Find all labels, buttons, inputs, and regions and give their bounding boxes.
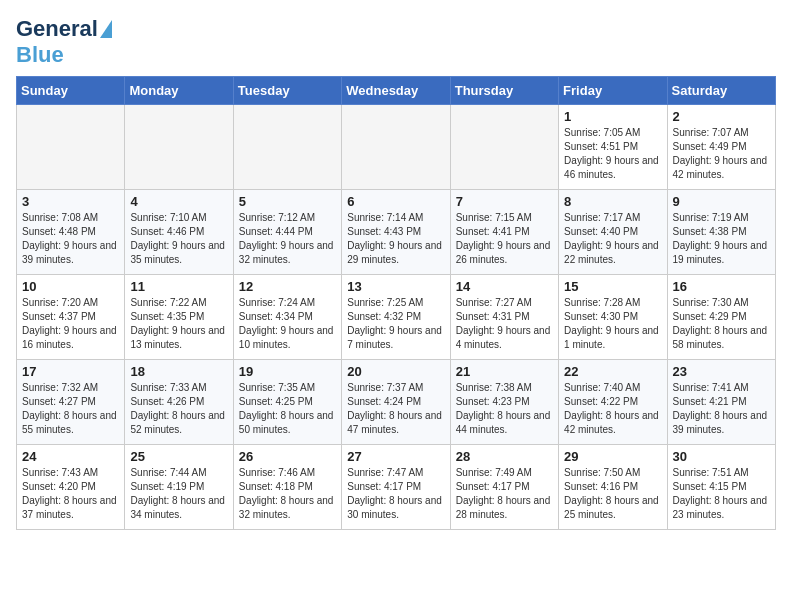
day-number: 23 — [673, 364, 770, 379]
day-info: Sunrise: 7:07 AM Sunset: 4:49 PM Dayligh… — [673, 126, 770, 182]
day-info: Sunrise: 7:05 AM Sunset: 4:51 PM Dayligh… — [564, 126, 661, 182]
calendar-week-row: 3Sunrise: 7:08 AM Sunset: 4:48 PM Daylig… — [17, 190, 776, 275]
calendar-cell: 4Sunrise: 7:10 AM Sunset: 4:46 PM Daylig… — [125, 190, 233, 275]
weekday-header-saturday: Saturday — [667, 77, 775, 105]
logo-text-general: General — [16, 16, 98, 42]
weekday-header-monday: Monday — [125, 77, 233, 105]
calendar-cell: 25Sunrise: 7:44 AM Sunset: 4:19 PM Dayli… — [125, 445, 233, 530]
calendar-cell: 20Sunrise: 7:37 AM Sunset: 4:24 PM Dayli… — [342, 360, 450, 445]
day-info: Sunrise: 7:10 AM Sunset: 4:46 PM Dayligh… — [130, 211, 227, 267]
day-number: 4 — [130, 194, 227, 209]
day-number: 25 — [130, 449, 227, 464]
calendar-cell — [233, 105, 341, 190]
weekday-header-wednesday: Wednesday — [342, 77, 450, 105]
calendar-cell: 24Sunrise: 7:43 AM Sunset: 4:20 PM Dayli… — [17, 445, 125, 530]
day-info: Sunrise: 7:40 AM Sunset: 4:22 PM Dayligh… — [564, 381, 661, 437]
day-info: Sunrise: 7:38 AM Sunset: 4:23 PM Dayligh… — [456, 381, 553, 437]
page-header: General Blue — [16, 16, 776, 68]
day-number: 11 — [130, 279, 227, 294]
calendar-cell: 3Sunrise: 7:08 AM Sunset: 4:48 PM Daylig… — [17, 190, 125, 275]
calendar-cell: 30Sunrise: 7:51 AM Sunset: 4:15 PM Dayli… — [667, 445, 775, 530]
day-info: Sunrise: 7:24 AM Sunset: 4:34 PM Dayligh… — [239, 296, 336, 352]
day-number: 10 — [22, 279, 119, 294]
day-number: 29 — [564, 449, 661, 464]
calendar-cell: 21Sunrise: 7:38 AM Sunset: 4:23 PM Dayli… — [450, 360, 558, 445]
calendar-cell: 7Sunrise: 7:15 AM Sunset: 4:41 PM Daylig… — [450, 190, 558, 275]
day-info: Sunrise: 7:35 AM Sunset: 4:25 PM Dayligh… — [239, 381, 336, 437]
calendar-cell: 6Sunrise: 7:14 AM Sunset: 4:43 PM Daylig… — [342, 190, 450, 275]
day-number: 1 — [564, 109, 661, 124]
calendar-cell: 11Sunrise: 7:22 AM Sunset: 4:35 PM Dayli… — [125, 275, 233, 360]
day-number: 15 — [564, 279, 661, 294]
calendar-cell: 27Sunrise: 7:47 AM Sunset: 4:17 PM Dayli… — [342, 445, 450, 530]
calendar-cell — [125, 105, 233, 190]
day-info: Sunrise: 7:17 AM Sunset: 4:40 PM Dayligh… — [564, 211, 661, 267]
calendar-cell: 19Sunrise: 7:35 AM Sunset: 4:25 PM Dayli… — [233, 360, 341, 445]
calendar-table: SundayMondayTuesdayWednesdayThursdayFrid… — [16, 76, 776, 530]
day-number: 18 — [130, 364, 227, 379]
day-info: Sunrise: 7:30 AM Sunset: 4:29 PM Dayligh… — [673, 296, 770, 352]
calendar-cell: 22Sunrise: 7:40 AM Sunset: 4:22 PM Dayli… — [559, 360, 667, 445]
day-number: 6 — [347, 194, 444, 209]
weekday-header-thursday: Thursday — [450, 77, 558, 105]
weekday-header-sunday: Sunday — [17, 77, 125, 105]
logo-triangle-icon — [100, 20, 112, 38]
day-info: Sunrise: 7:49 AM Sunset: 4:17 PM Dayligh… — [456, 466, 553, 522]
calendar-cell — [342, 105, 450, 190]
day-info: Sunrise: 7:25 AM Sunset: 4:32 PM Dayligh… — [347, 296, 444, 352]
day-number: 19 — [239, 364, 336, 379]
day-number: 14 — [456, 279, 553, 294]
day-info: Sunrise: 7:22 AM Sunset: 4:35 PM Dayligh… — [130, 296, 227, 352]
day-number: 24 — [22, 449, 119, 464]
day-info: Sunrise: 7:37 AM Sunset: 4:24 PM Dayligh… — [347, 381, 444, 437]
day-number: 13 — [347, 279, 444, 294]
calendar-cell: 15Sunrise: 7:28 AM Sunset: 4:30 PM Dayli… — [559, 275, 667, 360]
day-info: Sunrise: 7:19 AM Sunset: 4:38 PM Dayligh… — [673, 211, 770, 267]
calendar-cell — [450, 105, 558, 190]
day-number: 16 — [673, 279, 770, 294]
calendar-cell: 18Sunrise: 7:33 AM Sunset: 4:26 PM Dayli… — [125, 360, 233, 445]
day-number: 9 — [673, 194, 770, 209]
day-number: 2 — [673, 109, 770, 124]
day-info: Sunrise: 7:51 AM Sunset: 4:15 PM Dayligh… — [673, 466, 770, 522]
weekday-header-friday: Friday — [559, 77, 667, 105]
day-info: Sunrise: 7:41 AM Sunset: 4:21 PM Dayligh… — [673, 381, 770, 437]
day-number: 5 — [239, 194, 336, 209]
calendar-cell: 13Sunrise: 7:25 AM Sunset: 4:32 PM Dayli… — [342, 275, 450, 360]
calendar-week-row: 1Sunrise: 7:05 AM Sunset: 4:51 PM Daylig… — [17, 105, 776, 190]
calendar-cell: 14Sunrise: 7:27 AM Sunset: 4:31 PM Dayli… — [450, 275, 558, 360]
day-info: Sunrise: 7:32 AM Sunset: 4:27 PM Dayligh… — [22, 381, 119, 437]
calendar-week-row: 17Sunrise: 7:32 AM Sunset: 4:27 PM Dayli… — [17, 360, 776, 445]
logo-text-blue: Blue — [16, 42, 64, 68]
calendar-cell: 29Sunrise: 7:50 AM Sunset: 4:16 PM Dayli… — [559, 445, 667, 530]
calendar-cell: 12Sunrise: 7:24 AM Sunset: 4:34 PM Dayli… — [233, 275, 341, 360]
weekday-header-row: SundayMondayTuesdayWednesdayThursdayFrid… — [17, 77, 776, 105]
calendar-week-row: 10Sunrise: 7:20 AM Sunset: 4:37 PM Dayli… — [17, 275, 776, 360]
day-number: 26 — [239, 449, 336, 464]
day-info: Sunrise: 7:50 AM Sunset: 4:16 PM Dayligh… — [564, 466, 661, 522]
day-number: 30 — [673, 449, 770, 464]
day-info: Sunrise: 7:47 AM Sunset: 4:17 PM Dayligh… — [347, 466, 444, 522]
calendar-cell: 23Sunrise: 7:41 AM Sunset: 4:21 PM Dayli… — [667, 360, 775, 445]
weekday-header-tuesday: Tuesday — [233, 77, 341, 105]
calendar-cell: 28Sunrise: 7:49 AM Sunset: 4:17 PM Dayli… — [450, 445, 558, 530]
logo: General Blue — [16, 16, 112, 68]
calendar-cell: 5Sunrise: 7:12 AM Sunset: 4:44 PM Daylig… — [233, 190, 341, 275]
day-info: Sunrise: 7:46 AM Sunset: 4:18 PM Dayligh… — [239, 466, 336, 522]
day-number: 27 — [347, 449, 444, 464]
day-info: Sunrise: 7:27 AM Sunset: 4:31 PM Dayligh… — [456, 296, 553, 352]
calendar-cell: 9Sunrise: 7:19 AM Sunset: 4:38 PM Daylig… — [667, 190, 775, 275]
calendar-cell: 8Sunrise: 7:17 AM Sunset: 4:40 PM Daylig… — [559, 190, 667, 275]
day-number: 3 — [22, 194, 119, 209]
day-info: Sunrise: 7:44 AM Sunset: 4:19 PM Dayligh… — [130, 466, 227, 522]
day-info: Sunrise: 7:20 AM Sunset: 4:37 PM Dayligh… — [22, 296, 119, 352]
day-info: Sunrise: 7:15 AM Sunset: 4:41 PM Dayligh… — [456, 211, 553, 267]
day-info: Sunrise: 7:08 AM Sunset: 4:48 PM Dayligh… — [22, 211, 119, 267]
day-number: 8 — [564, 194, 661, 209]
calendar-week-row: 24Sunrise: 7:43 AM Sunset: 4:20 PM Dayli… — [17, 445, 776, 530]
calendar-cell: 26Sunrise: 7:46 AM Sunset: 4:18 PM Dayli… — [233, 445, 341, 530]
day-info: Sunrise: 7:28 AM Sunset: 4:30 PM Dayligh… — [564, 296, 661, 352]
calendar-cell — [17, 105, 125, 190]
day-info: Sunrise: 7:12 AM Sunset: 4:44 PM Dayligh… — [239, 211, 336, 267]
day-number: 17 — [22, 364, 119, 379]
